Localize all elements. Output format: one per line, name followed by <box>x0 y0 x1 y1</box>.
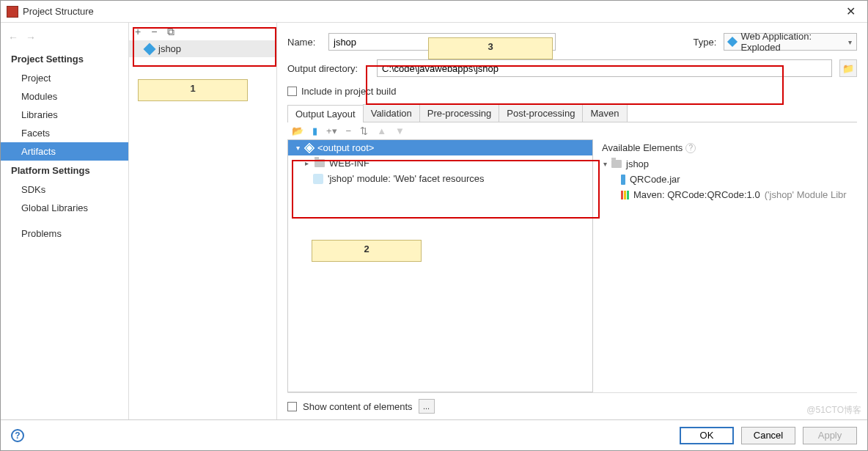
titlebar: Project Structure ✕ <box>1 1 867 23</box>
artifact-item-jshop[interactable]: jshop <box>129 40 276 57</box>
browse-folder-button[interactable]: 📁 <box>839 59 857 77</box>
sidebar-item-global-libraries[interactable]: Global Libraries <box>1 199 128 217</box>
nav-back-icon[interactable]: ← <box>8 32 18 43</box>
avail-item-suffix: ('jshop' Module Libr <box>765 189 847 200</box>
remove-artifact-icon[interactable]: − <box>151 26 157 37</box>
chevron-down-icon: ▾ <box>848 38 852 46</box>
show-content-label: Show content of elements <box>303 401 413 412</box>
available-elements-panel: Available Elements ? ▾ jshop QRCode.jar <box>600 139 857 392</box>
down-icon[interactable]: ▼ <box>395 125 405 136</box>
name-label: Name: <box>287 37 321 48</box>
output-tree[interactable]: ▾ <output root> ▸ WEB-INF 'jshop' module… <box>287 139 593 392</box>
output-root-icon <box>304 142 315 153</box>
help-button[interactable]: ? <box>11 429 24 442</box>
artifact-icon <box>144 43 156 55</box>
footer: ? OK Cancel Apply <box>1 419 867 450</box>
folder-icon <box>315 159 325 167</box>
jar-icon <box>621 175 625 185</box>
outdir-label: Output directory: <box>287 63 369 74</box>
folder-icon <box>611 160 622 168</box>
outdir-input[interactable] <box>377 59 832 77</box>
sidebar-item-artifacts[interactable]: Artifacts <box>1 142 128 161</box>
type-label: Type: <box>694 37 717 48</box>
sidebar-item-project[interactable]: Project <box>1 69 128 87</box>
tree-node-label: WEB-INF <box>329 158 369 169</box>
new-folder-icon[interactable]: 📂 <box>292 125 304 136</box>
web-facet-icon <box>313 174 323 184</box>
avail-item-label: Maven: QRCode:QRCode:1.0 <box>633 189 760 200</box>
archive-icon[interactable]: ▮ <box>312 125 317 136</box>
include-in-build-label: Include in project build <box>301 86 396 97</box>
add-artifact-icon[interactable]: + <box>135 26 141 37</box>
name-input[interactable] <box>328 33 556 51</box>
cancel-button[interactable]: Cancel <box>741 427 795 444</box>
up-icon[interactable]: ▲ <box>377 125 386 136</box>
sidebar-item-problems[interactable]: Problems <box>1 224 128 243</box>
sidebar-item-modules[interactable]: Modules <box>1 87 128 106</box>
app-icon <box>7 6 18 18</box>
sidebar-heading-platform: Platform Settings <box>1 161 128 180</box>
tree-root[interactable]: ▾ <output root> <box>288 140 592 155</box>
tab-maven[interactable]: Maven <box>582 104 627 122</box>
ok-button[interactable]: OK <box>680 427 734 444</box>
avail-item-maven[interactable]: Maven: QRCode:QRCode:1.0 ('jshop' Module… <box>600 187 857 202</box>
show-content-checkbox[interactable] <box>287 402 297 411</box>
tree-node-facet[interactable]: 'jshop' module: 'Web' facet resources <box>288 171 592 186</box>
apply-button[interactable]: Apply <box>803 427 857 444</box>
avail-project[interactable]: ▾ jshop <box>600 156 857 172</box>
expand-icon[interactable]: ▾ <box>603 160 607 168</box>
avail-project-label: jshop <box>626 158 649 169</box>
sidebar-item-sdks[interactable]: SDKs <box>1 180 128 199</box>
output-toolbar: 📂 ▮ +▾ − ⇅ ▲ ▼ <box>287 122 857 139</box>
available-elements-header: Available Elements <box>602 142 683 153</box>
type-icon <box>727 37 738 47</box>
sidebar-item-libraries[interactable]: Libraries <box>1 106 128 124</box>
window-title: Project Structure <box>23 6 840 17</box>
include-in-build-checkbox[interactable] <box>287 87 297 96</box>
tab-validation[interactable]: Validation <box>363 104 420 122</box>
remove-icon[interactable]: − <box>346 125 352 136</box>
expand-icon[interactable]: ▾ <box>294 144 301 152</box>
sidebar-item-facets[interactable]: Facets <box>1 124 128 142</box>
copy-artifact-icon[interactable]: ⧉ <box>167 26 174 38</box>
avail-item-label: QRCode.jar <box>630 174 680 185</box>
sort-icon[interactable]: ⇅ <box>360 125 368 136</box>
sidebar: ← → Project Settings Project Modules Lib… <box>1 23 129 419</box>
artifact-label: jshop <box>158 43 181 54</box>
close-icon[interactable]: ✕ <box>840 4 861 18</box>
tree-node-label: 'jshop' module: 'Web' facet resources <box>328 173 484 184</box>
nav-forward-icon[interactable]: → <box>26 32 36 43</box>
help-icon[interactable]: ? <box>685 143 696 153</box>
type-value: Web Application: Exploded <box>740 31 844 53</box>
artifact-list-panel: + − ⧉ jshop <box>129 23 277 419</box>
avail-item-qrcode[interactable]: QRCode.jar <box>600 172 857 187</box>
expand-icon[interactable]: ▸ <box>303 159 310 167</box>
main-panel: Name: Type: Web Application: Exploded ▾ … <box>277 23 867 419</box>
type-select[interactable]: Web Application: Exploded ▾ <box>724 33 857 51</box>
tabs: Output Layout Validation Pre-processing … <box>287 104 857 122</box>
tab-output-layout[interactable]: Output Layout <box>287 105 364 122</box>
show-content-options-button[interactable]: ... <box>419 399 435 414</box>
tree-node-webinf[interactable]: ▸ WEB-INF <box>288 155 592 171</box>
tree-root-label: <output root> <box>317 142 374 153</box>
tab-pre-processing[interactable]: Pre-processing <box>419 104 499 122</box>
maven-icon <box>621 191 629 199</box>
tab-post-processing[interactable]: Post-processing <box>499 104 583 122</box>
add-copy-icon[interactable]: +▾ <box>326 125 337 136</box>
sidebar-heading-project: Project Settings <box>1 49 128 69</box>
